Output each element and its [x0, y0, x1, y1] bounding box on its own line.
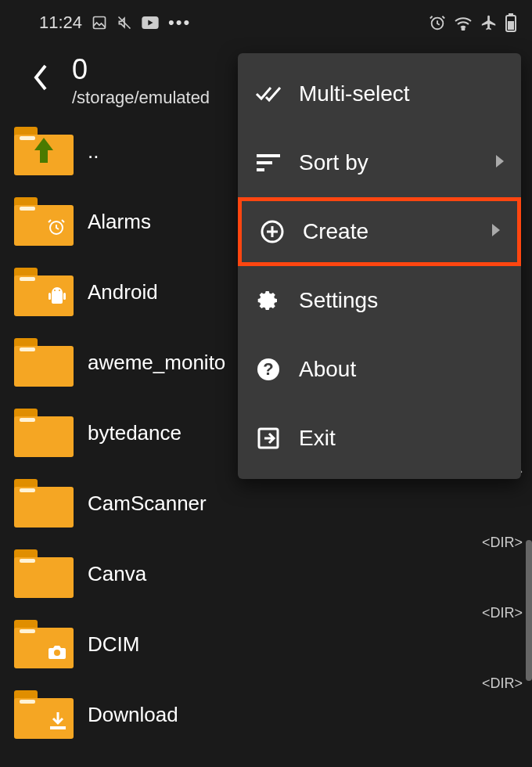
file-label: CamScanner [88, 492, 207, 516]
folder-icon [14, 338, 74, 387]
menu-label: Sort by [299, 150, 368, 175]
folder-icon [14, 409, 74, 457]
svg-point-10 [59, 290, 60, 291]
gear-icon [255, 287, 282, 314]
folder-icon [14, 268, 74, 316]
youtube-icon [142, 16, 159, 29]
up-arrow-icon [33, 136, 55, 164]
svg-point-4 [462, 28, 465, 31]
folder-row-dcim[interactable]: DCIM <DIR> [14, 609, 532, 679]
airplane-icon [480, 14, 498, 31]
status-time: 11:24 [39, 13, 82, 33]
svg-point-13 [54, 650, 60, 656]
svg-rect-11 [49, 293, 51, 300]
menu-item-settings[interactable]: Settings [238, 266, 521, 335]
back-button[interactable] [31, 63, 49, 99]
check-all-icon [255, 81, 282, 107]
folder-row-canva[interactable]: Canva <DIR> [14, 538, 532, 609]
svg-rect-15 [257, 154, 280, 157]
chevron-right-icon [492, 224, 500, 239]
exit-icon [255, 425, 282, 452]
alarm-icon [429, 14, 446, 31]
status-bar: 11:24 ••• [0, 0, 532, 45]
file-label: DCIM [88, 632, 139, 657]
svg-rect-16 [257, 161, 272, 164]
file-label: aweme_monito [88, 351, 225, 375]
help-icon: ? [255, 356, 282, 383]
folder-icon [14, 690, 74, 739]
camera-icon [49, 645, 66, 662]
wifi-icon [454, 15, 473, 31]
page-title: 0 [72, 53, 210, 86]
menu-item-sort-by[interactable]: Sort by [238, 128, 521, 197]
context-menu: Multi-select Sort by Create Settings ? A… [238, 53, 521, 479]
menu-item-create[interactable]: Create [238, 197, 521, 266]
file-label: Download [88, 703, 178, 727]
menu-item-exit[interactable]: Exit [238, 404, 521, 473]
file-label: Canva [88, 562, 146, 586]
file-label: bytedance [88, 421, 182, 445]
image-icon [92, 15, 107, 31]
menu-label: Exit [299, 426, 336, 451]
mute-icon [117, 15, 132, 31]
menu-label: About [299, 357, 356, 382]
menu-item-multi-select[interactable]: Multi-select [238, 59, 521, 128]
android-icon [49, 286, 66, 310]
sort-icon [255, 149, 282, 176]
folder-row-download[interactable]: Download [14, 679, 532, 750]
svg-point-9 [54, 290, 56, 291]
folder-icon [14, 479, 74, 528]
file-label: Android [88, 280, 158, 304]
menu-item-about[interactable]: ? About [238, 335, 521, 404]
folder-icon [14, 127, 74, 175]
chevron-right-icon [496, 155, 504, 171]
svg-rect-12 [63, 293, 66, 300]
clock-icon [47, 218, 66, 239]
file-label: .. [88, 139, 99, 164]
menu-label: Create [303, 219, 368, 244]
plus-circle-icon [259, 218, 286, 245]
svg-rect-17 [257, 168, 264, 171]
svg-rect-14 [50, 726, 66, 729]
folder-icon [14, 620, 74, 668]
current-path: /storage/emulated [72, 88, 210, 108]
svg-rect-0 [94, 17, 106, 29]
scrollbar[interactable] [526, 540, 532, 681]
menu-label: Settings [299, 288, 378, 313]
download-icon [50, 712, 66, 733]
svg-text:?: ? [263, 359, 273, 379]
menu-label: Multi-select [299, 81, 410, 106]
folder-icon [14, 197, 74, 246]
folder-icon [14, 549, 74, 598]
more-icon: ••• [168, 13, 191, 33]
battery-icon [505, 13, 516, 32]
file-label: Alarms [88, 210, 151, 234]
svg-rect-7 [508, 21, 514, 30]
